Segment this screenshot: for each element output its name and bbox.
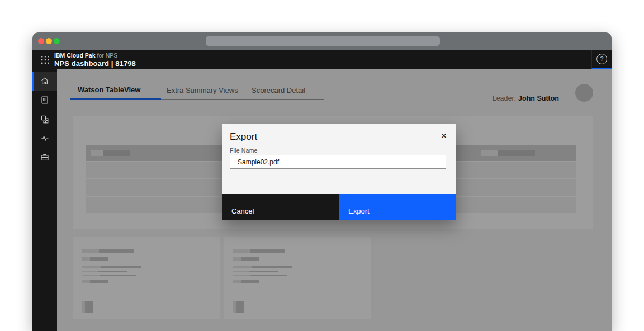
browser-chrome-bar <box>32 32 612 50</box>
file-name-input[interactable] <box>230 155 446 169</box>
export-modal: Export × File Name Cancel Export <box>222 124 456 220</box>
address-bar[interactable] <box>206 36 440 46</box>
portfolio-icon <box>40 152 50 162</box>
screenshot-stage: IBM Cloud Pakfor NPS NPS dashboard | 817… <box>0 0 644 331</box>
product-name: IBM Cloud Pakfor NPS <box>54 53 136 59</box>
browser-window: IBM Cloud Pakfor NPS NPS dashboard | 817… <box>32 32 612 331</box>
product-name-main: IBM Cloud Pak <box>54 52 96 59</box>
sidebar-item-home[interactable] <box>32 72 57 91</box>
help-section[interactable]: ? <box>591 50 612 69</box>
cancel-button[interactable]: Cancel <box>222 194 339 220</box>
help-icon[interactable]: ? <box>596 54 607 64</box>
product-name-suffix: for NPS <box>97 52 118 59</box>
sidebar-item-activity[interactable] <box>32 129 57 148</box>
page-title: NPS dashboard | 81798 <box>54 60 136 67</box>
category-objects-icon <box>40 114 50 124</box>
sidebar-item-portfolio[interactable] <box>32 148 57 167</box>
main-content: Watson TableView Extra Summary Views Sco… <box>57 69 612 331</box>
modal-footer: Cancel Export <box>222 194 456 220</box>
sidebar-item-report[interactable] <box>32 91 57 110</box>
export-button[interactable]: Export <box>339 194 456 220</box>
file-name-label: File Name <box>230 147 258 154</box>
app-header: IBM Cloud Pakfor NPS NPS dashboard | 817… <box>32 50 612 69</box>
header-titles: IBM Cloud Pakfor NPS NPS dashboard | 817… <box>54 53 136 68</box>
close-icon[interactable]: × <box>437 129 451 142</box>
window-body: Watson TableView Extra Summary Views Sco… <box>32 69 612 331</box>
app-switcher-icon[interactable] <box>41 56 49 64</box>
sidebar-item-category[interactable] <box>32 110 57 129</box>
report-icon <box>40 95 50 105</box>
home-icon <box>40 76 50 86</box>
side-nav <box>32 69 57 331</box>
modal-title: Export <box>230 131 257 143</box>
maximize-window-button[interactable] <box>54 38 60 44</box>
activity-icon <box>40 133 50 143</box>
close-window-button[interactable] <box>38 38 44 44</box>
minimize-window-button[interactable] <box>46 38 52 44</box>
